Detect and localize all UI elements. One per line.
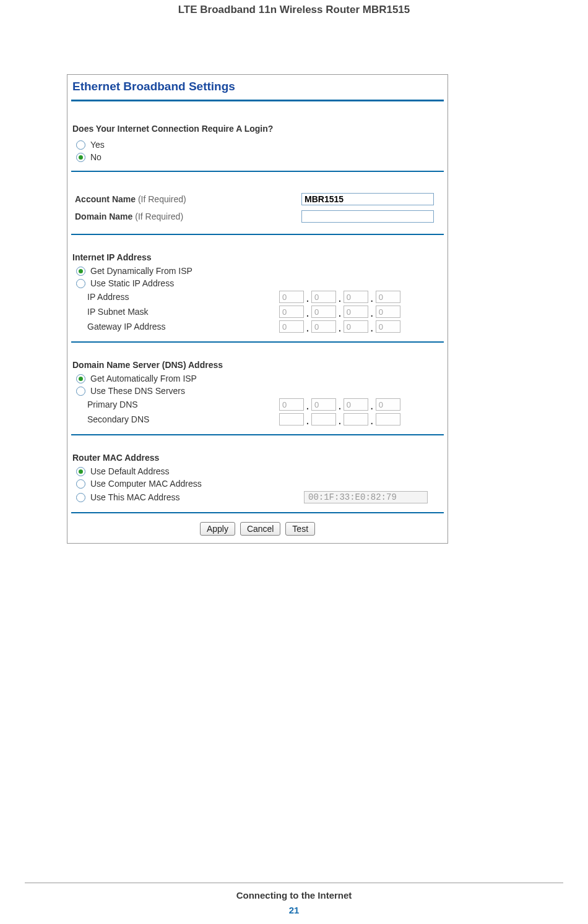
dot-separator: . xyxy=(338,309,342,319)
subnet-mask-octet-1[interactable] xyxy=(279,306,304,318)
panel-title: Ethernet Broadband Settings xyxy=(67,75,447,100)
dot-separator: . xyxy=(370,294,374,304)
divider xyxy=(71,171,444,172)
login-yes-option[interactable]: Yes xyxy=(76,140,443,150)
login-no-option[interactable]: No xyxy=(76,152,443,162)
dot-separator: . xyxy=(338,401,342,411)
ip-dynamic-label: Get Dynamically From ISP xyxy=(90,266,192,276)
login-no-label: No xyxy=(90,152,102,162)
mac-computer-option[interactable]: Use Computer MAC Address xyxy=(76,479,443,489)
divider xyxy=(71,434,444,435)
mac-default-label: Use Default Address xyxy=(90,466,170,476)
login-question: Does Your Internet Connection Require A … xyxy=(72,124,443,134)
gateway-octet-3[interactable] xyxy=(344,320,368,333)
dot-separator: . xyxy=(338,294,342,304)
subnet-mask-octet-2[interactable] xyxy=(311,306,336,318)
account-name-input[interactable] xyxy=(301,193,434,205)
ip-section-header: Internet IP Address xyxy=(72,252,443,262)
mac-address-input[interactable] xyxy=(304,491,428,503)
test-button[interactable]: Test xyxy=(285,522,315,536)
radio-icon xyxy=(76,374,85,383)
gateway-label: Gateway IP Address xyxy=(87,322,279,332)
mac-this-label: Use This MAC Address xyxy=(90,492,179,502)
cancel-button[interactable]: Cancel xyxy=(240,522,281,536)
dot-separator: . xyxy=(306,416,309,426)
dot-separator: . xyxy=(306,323,309,333)
mac-computer-label: Use Computer MAC Address xyxy=(90,479,202,489)
radio-icon xyxy=(76,153,85,162)
account-name-label: Account Name (If Required) xyxy=(75,194,298,204)
gateway-octet-4[interactable] xyxy=(376,320,400,333)
radio-icon xyxy=(76,479,85,489)
mac-this-option[interactable]: Use This MAC Address xyxy=(76,491,428,503)
subnet-mask-label: IP Subnet Mask xyxy=(87,307,279,317)
gateway-octet-1[interactable] xyxy=(279,320,304,333)
apply-button[interactable]: Apply xyxy=(200,522,235,536)
ip-address-octet-3[interactable] xyxy=(344,291,368,303)
footer-divider xyxy=(25,883,563,883)
mac-section-header: Router MAC Address xyxy=(72,453,443,463)
domain-name-label: Domain Name (If Required) xyxy=(75,212,298,221)
ip-static-option[interactable]: Use Static IP Address xyxy=(76,278,443,288)
ip-address-octet-1[interactable] xyxy=(279,291,304,303)
secondary-dns-octet-1[interactable] xyxy=(279,413,304,426)
gateway-octet-2[interactable] xyxy=(311,320,336,333)
dot-separator: . xyxy=(370,323,374,333)
dot-separator: . xyxy=(338,323,342,333)
secondary-dns-octet-2[interactable] xyxy=(311,413,336,426)
domain-name-input[interactable] xyxy=(301,210,434,223)
ip-dynamic-option[interactable]: Get Dynamically From ISP xyxy=(76,266,443,276)
dns-manual-option[interactable]: Use These DNS Servers xyxy=(76,386,443,396)
footer-chapter: Connecting to the Internet xyxy=(0,890,588,900)
ip-address-octet-4[interactable] xyxy=(376,291,400,303)
divider xyxy=(71,512,444,513)
primary-dns-octet-3[interactable] xyxy=(344,398,368,411)
mac-default-option[interactable]: Use Default Address xyxy=(76,466,443,476)
dot-separator: . xyxy=(370,416,374,426)
subnet-mask-octet-3[interactable] xyxy=(344,306,368,318)
login-yes-label: Yes xyxy=(90,140,105,150)
document-header: LTE Broadband 11n Wireless Router MBR151… xyxy=(0,0,588,16)
primary-dns-label: Primary DNS xyxy=(87,400,279,409)
dns-section-header: Domain Name Server (DNS) Address xyxy=(72,360,443,370)
dns-auto-option[interactable]: Get Automatically From ISP xyxy=(76,374,443,383)
dns-manual-label: Use These DNS Servers xyxy=(90,386,185,396)
settings-panel: Ethernet Broadband Settings Does Your In… xyxy=(67,74,448,544)
divider xyxy=(71,341,444,343)
divider xyxy=(71,100,444,101)
primary-dns-octet-4[interactable] xyxy=(376,398,400,411)
primary-dns-octet-1[interactable] xyxy=(279,398,304,411)
secondary-dns-octet-3[interactable] xyxy=(344,413,368,426)
radio-icon xyxy=(76,140,85,150)
dot-separator: . xyxy=(306,401,309,411)
dot-separator: . xyxy=(306,294,309,304)
primary-dns-octet-2[interactable] xyxy=(311,398,336,411)
secondary-dns-label: Secondary DNS xyxy=(87,414,279,424)
radio-icon xyxy=(76,279,85,288)
ip-address-octet-2[interactable] xyxy=(311,291,336,303)
dot-separator: . xyxy=(370,309,374,319)
ip-address-label: IP Address xyxy=(87,292,279,302)
footer-page-number: 21 xyxy=(0,905,588,915)
dot-separator: . xyxy=(306,309,309,319)
secondary-dns-octet-4[interactable] xyxy=(376,413,400,426)
radio-icon xyxy=(76,267,85,276)
dns-auto-label: Get Automatically From ISP xyxy=(90,374,197,383)
ip-static-label: Use Static IP Address xyxy=(90,278,174,288)
radio-icon xyxy=(76,467,85,476)
divider xyxy=(71,234,444,235)
dot-separator: . xyxy=(338,416,342,426)
radio-icon xyxy=(76,493,85,502)
radio-icon xyxy=(76,387,85,396)
dot-separator: . xyxy=(370,401,374,411)
subnet-mask-octet-4[interactable] xyxy=(376,306,400,318)
